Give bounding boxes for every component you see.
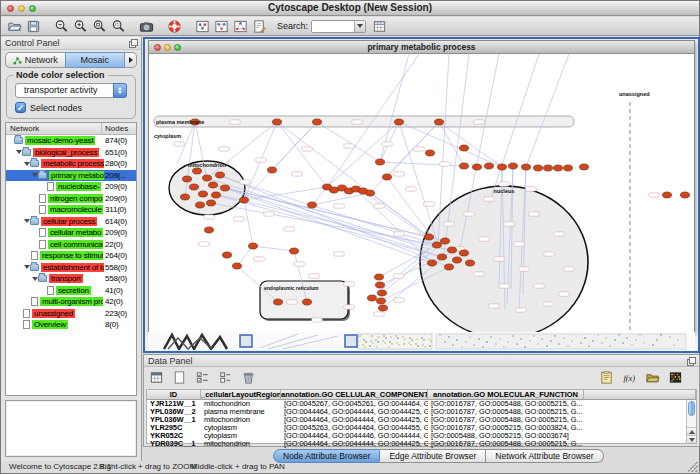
network-window-titlebar[interactable]: primary metabolic process: [149, 41, 694, 54]
graph-node[interactable]: [663, 192, 672, 198]
graph-edge[interactable]: [356, 189, 432, 263]
network-window[interactable]: primary metabolic process plasma membran…: [148, 40, 695, 333]
graph-node[interactable]: [522, 164, 531, 170]
graph-node[interactable]: [473, 164, 482, 170]
table-row-YLR295C[interactable]: YLR295Ccytoplasm[GO:0045263, GO:0044464,…: [147, 424, 696, 432]
tree-row-metabolic-process[interactable]: metabolic process280(0): [6, 158, 136, 170]
attribute-list-icon[interactable]: [216, 369, 235, 386]
dropdown-stepper-icon[interactable]: [113, 83, 127, 98]
graph-node[interactable]: [460, 250, 469, 256]
graph-node[interactable]: [435, 119, 444, 125]
tree-row-unassigned[interactable]: unassigned223(0): [6, 308, 136, 320]
graph-node[interactable]: [448, 247, 457, 253]
tree-header-network[interactable]: Network: [6, 123, 102, 134]
graph-node[interactable]: [564, 165, 573, 171]
tree-row-cellular-process[interactable]: cellular process614(0): [6, 216, 136, 228]
graph-edge[interactable]: [244, 200, 253, 246]
graph-node[interactable]: [249, 243, 258, 249]
layout-a-icon[interactable]: [212, 18, 231, 35]
graph-edge[interactable]: [272, 122, 317, 170]
graph-node[interactable]: [181, 194, 190, 200]
minimize-window-button[interactable]: [18, 5, 25, 12]
zoom-window-button[interactable]: [29, 5, 36, 12]
graph-node[interactable]: [368, 295, 377, 301]
graph-node[interactable]: [383, 174, 392, 180]
table-row-YPL036W__2[interactable]: YPL036W__2plasma membrane[GO:0044464, GO…: [147, 408, 696, 416]
tab-mosaic[interactable]: Mosaic: [65, 52, 126, 68]
graph-node[interactable]: [428, 260, 437, 266]
graph-node[interactable]: [366, 190, 375, 196]
graph-node[interactable]: [203, 175, 212, 181]
graph-edge[interactable]: [213, 185, 445, 241]
graph-node[interactable]: [498, 164, 507, 170]
search-dropdown-arrow-icon[interactable]: [354, 21, 365, 32]
graph-node[interactable]: [460, 145, 469, 151]
table-row-YJR121W__1[interactable]: YJR121W__1mitochondrion[GO:0045267, GO:0…: [147, 400, 696, 408]
graph-node[interactable]: [580, 164, 589, 170]
graph-node[interactable]: [441, 238, 450, 244]
graph-edge[interactable]: [253, 246, 294, 251]
network-close-button[interactable]: [154, 44, 161, 51]
graph-node[interactable]: [190, 184, 199, 190]
graph-node[interactable]: [379, 305, 388, 311]
tree-row-mosaic-demo-yeast[interactable]: mosaic-demo-yeast874(0): [6, 135, 136, 147]
graph-edge[interactable]: [489, 54, 539, 204]
tree-row-secretion[interactable]: secretion41(0): [6, 285, 136, 297]
close-window-button[interactable]: [7, 5, 14, 12]
table-grid-icon[interactable]: [147, 369, 166, 386]
blank-page-icon[interactable]: [170, 369, 189, 386]
graph-node[interactable]: [681, 192, 690, 198]
open-file-icon[interactable]: [5, 18, 24, 35]
expander-triangle-icon[interactable]: [23, 219, 30, 223]
graph-node[interactable]: [485, 163, 494, 169]
region-plasma-membrane[interactable]: [154, 116, 574, 127]
graph-node[interactable]: [233, 263, 242, 269]
snapshot-icon[interactable]: [137, 18, 156, 35]
graph-node[interactable]: [433, 242, 442, 248]
graph-edge[interactable]: [399, 122, 502, 167]
graph-node[interactable]: [395, 119, 404, 125]
graph-node[interactable]: [425, 234, 434, 240]
graph-node[interactable]: [426, 150, 435, 156]
graph-node[interactable]: [207, 200, 216, 206]
zoom-selected-icon[interactable]: [90, 18, 109, 35]
graph-node[interactable]: [376, 282, 385, 288]
node-color-dropdown[interactable]: transporter activity: [15, 83, 127, 98]
tree-row-multi-organism-pro[interactable]: multi-organism pro42(0): [6, 296, 136, 308]
import-table-icon[interactable]: [370, 18, 389, 35]
graph-edge[interactable]: [370, 193, 429, 237]
graph-node[interactable]: [223, 252, 232, 258]
graph-node[interactable]: [544, 165, 553, 171]
graph-node[interactable]: [377, 298, 386, 304]
network-minimize-button[interactable]: [164, 44, 171, 51]
expander-triangle-icon[interactable]: [31, 173, 38, 177]
graph-node[interactable]: [378, 290, 387, 296]
graph-node[interactable]: [240, 197, 249, 203]
tab-network[interactable]: Network: [5, 52, 65, 68]
graph-node[interactable]: [313, 119, 322, 125]
zoom-out-icon[interactable]: [52, 18, 71, 35]
table-scrollbar[interactable]: [686, 400, 696, 443]
tree-row-overview[interactable]: Overview8(0): [6, 319, 136, 331]
graph-node[interactable]: [199, 191, 208, 197]
column-header--cellularlayoutregion[interactable]: _cellularLayoutRegion: [201, 390, 281, 400]
vizmapper-icon[interactable]: [193, 18, 212, 35]
graph-node[interactable]: [274, 299, 283, 305]
tree-row-primary-metabo[interactable]: primary metabo209(...: [6, 170, 136, 182]
graph-node[interactable]: [554, 165, 563, 171]
tree-row-biological-process[interactable]: biological_process651(0): [6, 147, 136, 159]
graph-node[interactable]: [209, 182, 218, 188]
graph-node[interactable]: [290, 248, 299, 254]
network-canvas[interactable]: plasma membranecytoplasmmitochondrionnuc…: [149, 54, 694, 332]
expander-triangle-icon[interactable]: [31, 277, 38, 281]
graph-node[interactable]: [534, 165, 543, 171]
search-input[interactable]: [311, 20, 366, 33]
tree-row-cell-communicat[interactable]: cell communicat22(0): [6, 239, 136, 251]
tree-row-nucleobase-[interactable]: nucleobase-209(0): [6, 181, 136, 193]
graph-node[interactable]: [466, 260, 475, 266]
search-text-field[interactable]: [312, 21, 354, 32]
graph-node[interactable]: [375, 274, 384, 280]
graph-edge[interactable]: [526, 54, 569, 167]
graph-edge[interactable]: [215, 194, 449, 250]
graph-edge[interactable]: [380, 162, 464, 166]
